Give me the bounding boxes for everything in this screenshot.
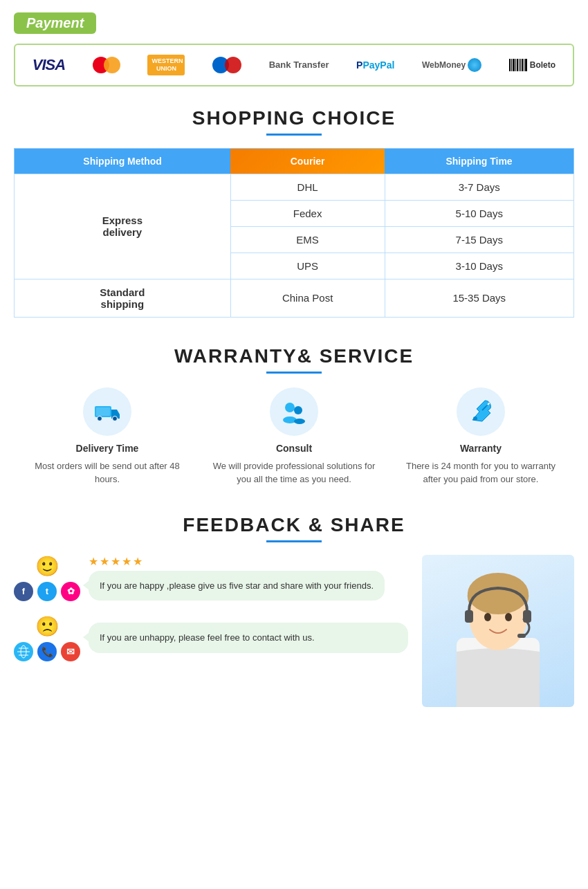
consult-title: Consult	[210, 443, 378, 454]
western-union-method: WESTERNUNION	[147, 55, 185, 75]
star-rating: ★ ★ ★ ★ ★	[89, 555, 385, 568]
feedback-person-image	[422, 555, 574, 707]
western-union-logo: WESTERNUNION	[147, 55, 185, 75]
star-3: ★	[111, 555, 120, 568]
svg-point-8	[473, 416, 477, 421]
th-shipping-time: Shipping Time	[385, 148, 573, 174]
chinapost-courier-cell: China Post	[230, 279, 385, 317]
unhappy-social-icons: 📞 ✉	[14, 642, 80, 661]
unhappy-speech-bubble: If you are unhappy, please feel free to …	[89, 623, 408, 653]
person-svg	[429, 562, 567, 707]
svg-rect-22	[517, 634, 526, 638]
boleto-method: Boleto	[509, 59, 555, 71]
feedback-title: FEEDBACK & SHARE	[14, 514, 574, 536]
globe-svg	[17, 645, 30, 659]
truck-icon	[93, 398, 121, 425]
unhappy-text: If you are unhappy, please feel free to …	[100, 632, 315, 643]
svg-point-18	[484, 613, 491, 621]
delivery-time-desc: Most orders will be send out after 48 ho…	[24, 459, 192, 486]
happy-emoji: 🙂	[35, 555, 59, 578]
unhappy-emoji: 🙁	[35, 615, 59, 638]
maestro-logo	[212, 56, 241, 74]
fedex-time-cell: 5-10 Days	[385, 200, 573, 226]
happy-speech-bubble: If you are happy ,please give us five st…	[89, 571, 385, 601]
standard-shipping-cell: Standardshipping	[15, 279, 231, 317]
ems-courier-cell: EMS	[230, 226, 385, 253]
ups-time-cell: 3-10 Days	[385, 253, 573, 279]
star-2: ★	[100, 555, 109, 568]
ups-courier-cell: UPS	[230, 253, 385, 279]
warranty-title-underline	[266, 372, 322, 374]
shipping-table: Shipping Method Courier Shipping Time Ex…	[14, 148, 574, 318]
svg-point-5	[294, 406, 302, 414]
shopping-title: SHOPPING CHOICE	[14, 107, 574, 129]
warranty-icon-circle	[457, 387, 505, 436]
svg-point-2	[113, 416, 118, 421]
svg-point-19	[505, 613, 512, 621]
svg-point-1	[98, 416, 102, 421]
payment-label: Payment	[14, 12, 96, 34]
express-delivery-cell: Expressdelivery	[15, 174, 231, 279]
boleto-label: Boleto	[530, 60, 555, 70]
visa-logo: VISA	[33, 56, 65, 74]
feedback-section: FEEDBACK & SHARE 🙂 f t ✿ ★ ★ ★	[0, 500, 588, 721]
bank-transfer-label: Bank Transfer	[269, 59, 329, 70]
happy-social-icons: f t ✿	[14, 582, 80, 601]
chinapost-time-cell: 15-35 Days	[385, 279, 573, 317]
shopping-title-underline	[266, 134, 322, 136]
payment-methods-box: VISA WESTERNUNION Bank Transfer PP	[14, 44, 574, 86]
svg-rect-20	[465, 610, 473, 623]
star-1: ★	[89, 555, 98, 568]
happy-text: If you are happy ,please give us five st…	[100, 580, 374, 591]
webmoney-label: WebMoney	[422, 60, 466, 70]
twitter-icon[interactable]: t	[37, 582, 57, 601]
boleto-barcode-icon	[509, 59, 527, 71]
mastercard-logo	[93, 56, 120, 74]
consult-icon	[280, 398, 308, 425]
fedex-courier-cell: Fedex	[230, 200, 385, 226]
payment-section: Payment VISA WESTERNUNION Bank Transfer	[0, 0, 588, 93]
svg-point-4	[285, 403, 295, 412]
feedback-unhappy-row: 🙁 📞 ✉	[14, 615, 408, 661]
webmoney-method: WebMoney	[422, 58, 481, 72]
maestro-method	[212, 56, 241, 74]
delivery-icon-circle	[83, 387, 131, 436]
facebook-icon[interactable]: f	[14, 582, 33, 601]
dhl-courier-cell: DHL	[230, 174, 385, 200]
warranty-item-delivery: Delivery Time Most orders will be send o…	[24, 387, 192, 486]
bank-transfer-method: Bank Transfer	[269, 59, 329, 70]
warranty-item-consult: Consult We will provide professional sol…	[210, 387, 378, 486]
phone-icon: 📞	[37, 642, 57, 661]
th-shipping-method: Shipping Method	[15, 148, 231, 174]
webmoney-globe-icon	[468, 58, 481, 72]
email-icon: ✉	[61, 642, 80, 661]
wrench-icon	[467, 398, 495, 425]
shopping-section: SHOPPING CHOICE Shipping Method Courier …	[0, 93, 588, 324]
warranty-section: WARRANTY& SERVICE Delivery Time Most ord…	[0, 324, 588, 500]
feedback-person-area	[422, 555, 574, 707]
svg-rect-3	[96, 407, 110, 416]
flickr-icon[interactable]: ✿	[61, 582, 80, 601]
unhappy-icons-col: 🙁 📞 ✉	[14, 615, 80, 661]
warranty-title-label: Warranty	[397, 443, 565, 454]
happy-content: ★ ★ ★ ★ ★ If you are happy ,please give …	[89, 555, 385, 601]
svg-point-7	[294, 419, 305, 424]
visa-method: VISA	[33, 56, 65, 74]
warranty-item-warranty: Warranty There is 24 month for you to wa…	[397, 387, 565, 486]
delivery-time-title: Delivery Time	[24, 443, 192, 454]
table-row-dhl: Expressdelivery DHL 3-7 Days	[15, 174, 574, 200]
th-courier: Courier	[230, 148, 385, 174]
consult-desc: We will provide professional solutions f…	[210, 459, 378, 486]
paypal-logo: PPayPal	[356, 59, 394, 71]
consult-icon-circle	[270, 387, 318, 436]
star-5: ★	[133, 555, 143, 568]
paypal-method: PPayPal	[356, 59, 394, 71]
dhl-time-cell: 3-7 Days	[385, 174, 573, 200]
mastercard-method	[93, 56, 120, 74]
warranty-title: WARRANTY& SERVICE	[14, 345, 574, 367]
happy-icons-col: 🙂 f t ✿	[14, 555, 80, 601]
ems-time-cell: 7-15 Days	[385, 226, 573, 253]
earth-icon	[14, 642, 33, 661]
star-4: ★	[122, 555, 131, 568]
warranty-desc: There is 24 month for you to warranty af…	[397, 459, 565, 486]
